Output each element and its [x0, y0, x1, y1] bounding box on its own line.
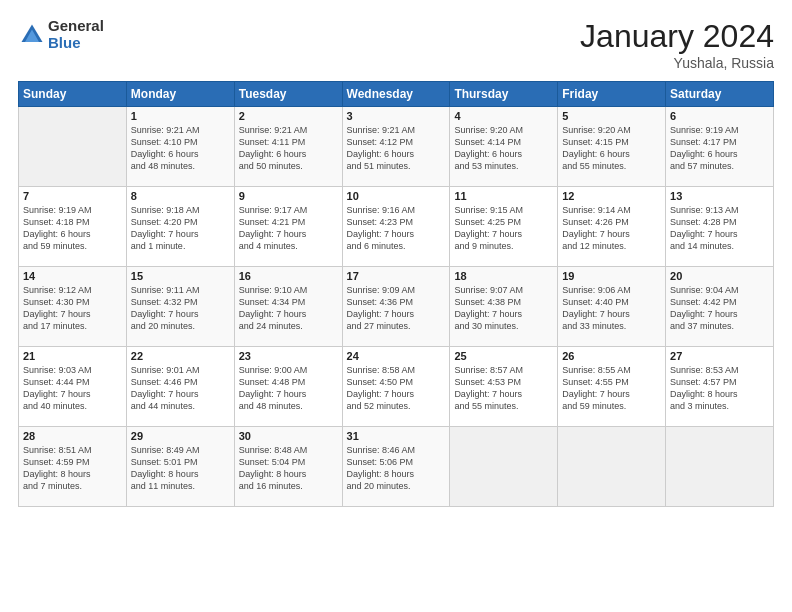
day-cell-3-7: 20Sunrise: 9:04 AMSunset: 4:42 PMDayligh…	[666, 267, 774, 347]
day-info: Sunrise: 9:21 AMSunset: 4:12 PMDaylight:…	[347, 124, 446, 173]
day-cell-2-5: 11Sunrise: 9:15 AMSunset: 4:25 PMDayligh…	[450, 187, 558, 267]
day-info: Sunrise: 9:15 AMSunset: 4:25 PMDaylight:…	[454, 204, 553, 253]
day-cell-4-5: 25Sunrise: 8:57 AMSunset: 4:53 PMDayligh…	[450, 347, 558, 427]
day-cell-4-4: 24Sunrise: 8:58 AMSunset: 4:50 PMDayligh…	[342, 347, 450, 427]
day-number: 4	[454, 110, 553, 122]
day-info: Sunrise: 9:18 AMSunset: 4:20 PMDaylight:…	[131, 204, 230, 253]
day-cell-5-1: 28Sunrise: 8:51 AMSunset: 4:59 PMDayligh…	[19, 427, 127, 507]
day-number: 14	[23, 270, 122, 282]
day-cell-1-3: 2Sunrise: 9:21 AMSunset: 4:11 PMDaylight…	[234, 107, 342, 187]
week-row-4: 21Sunrise: 9:03 AMSunset: 4:44 PMDayligh…	[19, 347, 774, 427]
day-cell-2-4: 10Sunrise: 9:16 AMSunset: 4:23 PMDayligh…	[342, 187, 450, 267]
day-info: Sunrise: 9:19 AMSunset: 4:18 PMDaylight:…	[23, 204, 122, 253]
day-info: Sunrise: 8:48 AMSunset: 5:04 PMDaylight:…	[239, 444, 338, 493]
day-info: Sunrise: 9:10 AMSunset: 4:34 PMDaylight:…	[239, 284, 338, 333]
day-number: 1	[131, 110, 230, 122]
day-number: 20	[670, 270, 769, 282]
day-info: Sunrise: 8:46 AMSunset: 5:06 PMDaylight:…	[347, 444, 446, 493]
day-cell-1-1	[19, 107, 127, 187]
logo-general: General	[48, 18, 104, 35]
day-cell-5-2: 29Sunrise: 8:49 AMSunset: 5:01 PMDayligh…	[126, 427, 234, 507]
col-wednesday: Wednesday	[342, 82, 450, 107]
calendar-header-row: Sunday Monday Tuesday Wednesday Thursday…	[19, 82, 774, 107]
day-cell-2-2: 8Sunrise: 9:18 AMSunset: 4:20 PMDaylight…	[126, 187, 234, 267]
day-number: 7	[23, 190, 122, 202]
day-cell-3-1: 14Sunrise: 9:12 AMSunset: 4:30 PMDayligh…	[19, 267, 127, 347]
day-cell-4-2: 22Sunrise: 9:01 AMSunset: 4:46 PMDayligh…	[126, 347, 234, 427]
day-cell-4-6: 26Sunrise: 8:55 AMSunset: 4:55 PMDayligh…	[558, 347, 666, 427]
day-number: 30	[239, 430, 338, 442]
logo: General Blue	[18, 18, 104, 51]
day-info: Sunrise: 9:20 AMSunset: 4:15 PMDaylight:…	[562, 124, 661, 173]
day-number: 2	[239, 110, 338, 122]
week-row-2: 7Sunrise: 9:19 AMSunset: 4:18 PMDaylight…	[19, 187, 774, 267]
day-number: 29	[131, 430, 230, 442]
col-tuesday: Tuesday	[234, 82, 342, 107]
day-info: Sunrise: 9:13 AMSunset: 4:28 PMDaylight:…	[670, 204, 769, 253]
day-number: 15	[131, 270, 230, 282]
col-thursday: Thursday	[450, 82, 558, 107]
day-number: 22	[131, 350, 230, 362]
week-row-3: 14Sunrise: 9:12 AMSunset: 4:30 PMDayligh…	[19, 267, 774, 347]
day-cell-1-5: 4Sunrise: 9:20 AMSunset: 4:14 PMDaylight…	[450, 107, 558, 187]
logo-icon	[18, 21, 46, 49]
day-info: Sunrise: 9:03 AMSunset: 4:44 PMDaylight:…	[23, 364, 122, 413]
calendar-table: Sunday Monday Tuesday Wednesday Thursday…	[18, 81, 774, 507]
day-number: 13	[670, 190, 769, 202]
week-row-1: 1Sunrise: 9:21 AMSunset: 4:10 PMDaylight…	[19, 107, 774, 187]
day-number: 31	[347, 430, 446, 442]
day-number: 5	[562, 110, 661, 122]
header: General Blue January 2024 Yushala, Russi…	[18, 18, 774, 71]
day-info: Sunrise: 9:20 AMSunset: 4:14 PMDaylight:…	[454, 124, 553, 173]
day-cell-5-6	[558, 427, 666, 507]
day-number: 12	[562, 190, 661, 202]
day-cell-4-7: 27Sunrise: 8:53 AMSunset: 4:57 PMDayligh…	[666, 347, 774, 427]
day-cell-1-6: 5Sunrise: 9:20 AMSunset: 4:15 PMDaylight…	[558, 107, 666, 187]
day-cell-4-1: 21Sunrise: 9:03 AMSunset: 4:44 PMDayligh…	[19, 347, 127, 427]
day-number: 28	[23, 430, 122, 442]
day-info: Sunrise: 9:07 AMSunset: 4:38 PMDaylight:…	[454, 284, 553, 333]
logo-blue: Blue	[48, 35, 104, 52]
day-info: Sunrise: 9:21 AMSunset: 4:10 PMDaylight:…	[131, 124, 230, 173]
day-number: 16	[239, 270, 338, 282]
day-info: Sunrise: 9:14 AMSunset: 4:26 PMDaylight:…	[562, 204, 661, 253]
day-number: 11	[454, 190, 553, 202]
day-number: 8	[131, 190, 230, 202]
day-number: 18	[454, 270, 553, 282]
title-block: January 2024 Yushala, Russia	[580, 18, 774, 71]
day-cell-2-6: 12Sunrise: 9:14 AMSunset: 4:26 PMDayligh…	[558, 187, 666, 267]
day-cell-5-4: 31Sunrise: 8:46 AMSunset: 5:06 PMDayligh…	[342, 427, 450, 507]
day-number: 9	[239, 190, 338, 202]
day-cell-1-4: 3Sunrise: 9:21 AMSunset: 4:12 PMDaylight…	[342, 107, 450, 187]
day-cell-3-3: 16Sunrise: 9:10 AMSunset: 4:34 PMDayligh…	[234, 267, 342, 347]
day-info: Sunrise: 9:16 AMSunset: 4:23 PMDaylight:…	[347, 204, 446, 253]
day-cell-5-3: 30Sunrise: 8:48 AMSunset: 5:04 PMDayligh…	[234, 427, 342, 507]
col-sunday: Sunday	[19, 82, 127, 107]
day-cell-3-6: 19Sunrise: 9:06 AMSunset: 4:40 PMDayligh…	[558, 267, 666, 347]
day-cell-2-3: 9Sunrise: 9:17 AMSunset: 4:21 PMDaylight…	[234, 187, 342, 267]
logo-text: General Blue	[48, 18, 104, 51]
col-saturday: Saturday	[666, 82, 774, 107]
day-info: Sunrise: 8:57 AMSunset: 4:53 PMDaylight:…	[454, 364, 553, 413]
day-cell-3-4: 17Sunrise: 9:09 AMSunset: 4:36 PMDayligh…	[342, 267, 450, 347]
day-info: Sunrise: 8:51 AMSunset: 4:59 PMDaylight:…	[23, 444, 122, 493]
day-cell-3-5: 18Sunrise: 9:07 AMSunset: 4:38 PMDayligh…	[450, 267, 558, 347]
day-info: Sunrise: 9:04 AMSunset: 4:42 PMDaylight:…	[670, 284, 769, 333]
day-number: 23	[239, 350, 338, 362]
day-cell-1-7: 6Sunrise: 9:19 AMSunset: 4:17 PMDaylight…	[666, 107, 774, 187]
day-info: Sunrise: 9:17 AMSunset: 4:21 PMDaylight:…	[239, 204, 338, 253]
day-cell-5-5	[450, 427, 558, 507]
day-info: Sunrise: 9:06 AMSunset: 4:40 PMDaylight:…	[562, 284, 661, 333]
col-monday: Monday	[126, 82, 234, 107]
day-cell-2-7: 13Sunrise: 9:13 AMSunset: 4:28 PMDayligh…	[666, 187, 774, 267]
month-title: January 2024	[580, 18, 774, 55]
day-cell-2-1: 7Sunrise: 9:19 AMSunset: 4:18 PMDaylight…	[19, 187, 127, 267]
day-info: Sunrise: 9:19 AMSunset: 4:17 PMDaylight:…	[670, 124, 769, 173]
col-friday: Friday	[558, 82, 666, 107]
day-number: 6	[670, 110, 769, 122]
day-info: Sunrise: 9:12 AMSunset: 4:30 PMDaylight:…	[23, 284, 122, 333]
day-info: Sunrise: 9:09 AMSunset: 4:36 PMDaylight:…	[347, 284, 446, 333]
day-number: 3	[347, 110, 446, 122]
day-number: 27	[670, 350, 769, 362]
page: General Blue January 2024 Yushala, Russi…	[0, 0, 792, 612]
